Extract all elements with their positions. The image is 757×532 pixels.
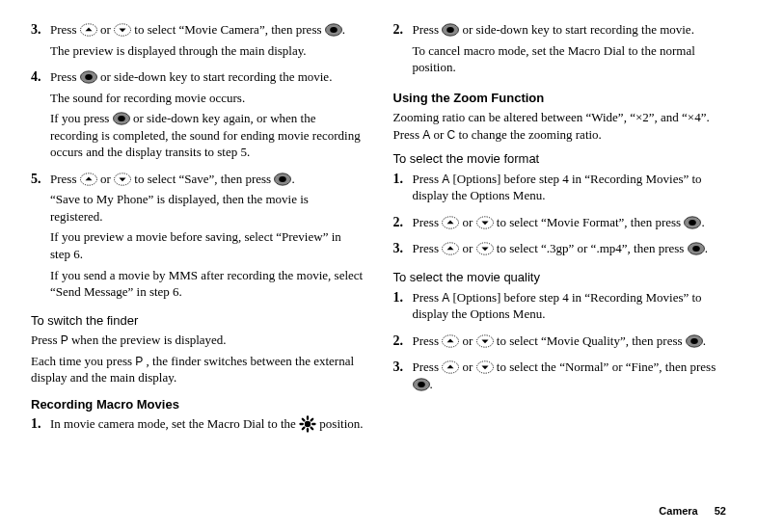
macro-icon: [299, 415, 316, 433]
down-key-icon: [476, 242, 494, 255]
step-text: Press or to select “Movie Camera”, then …: [50, 21, 365, 39]
center-key-icon: [442, 23, 459, 37]
t: [Options] before step 4 in “Recording Mo…: [413, 290, 702, 322]
step-note: If you preview a movie before saving, se…: [50, 228, 365, 262]
step-number: 3.: [31, 21, 50, 63]
step-note: “Save to My Phone” is displayed, then th…: [50, 191, 365, 225]
step-text: Press A [Options] before step 4 in “Reco…: [413, 171, 727, 204]
t: or: [100, 172, 114, 186]
t: Press: [413, 290, 443, 305]
center-key-icon: [274, 173, 291, 186]
step-note: To cancel macro mode, set the Macro Dial…: [413, 42, 727, 76]
center-key-icon: [686, 334, 703, 348]
a-key: A: [442, 291, 449, 305]
step-text: Press A [Options] before step 4 in “Reco…: [413, 289, 727, 323]
up-key-icon: [442, 216, 459, 229]
t: Press: [50, 22, 80, 37]
t: .: [430, 377, 433, 391]
t: Press: [413, 22, 443, 37]
heading-macro-movies: Recording Macro Movies: [31, 396, 365, 413]
t: [Options] before step 4 in “Recording Mo…: [413, 172, 702, 203]
heading-movie-format: To select the movie format: [393, 150, 727, 168]
t: to select “Movie Camera”, then press: [134, 22, 324, 37]
step-number: 4.: [31, 68, 50, 165]
t: .: [291, 172, 294, 186]
t: to change the zooming ratio.: [458, 127, 601, 142]
step-number: 1.: [31, 415, 50, 438]
step-number: 3.: [393, 359, 413, 396]
t: Press: [413, 333, 443, 348]
t: Press: [413, 241, 443, 255]
page-columns: 3. Press or to select “Movie Camera”, th…: [31, 21, 726, 443]
step-number: 5.: [31, 171, 50, 305]
heading-zoom: Using the Zoom Function: [393, 90, 727, 107]
t: or side-down key to start recording the …: [462, 22, 693, 37]
center-key-icon: [80, 70, 97, 84]
down-key-icon: [476, 216, 494, 229]
t: If you press: [50, 111, 113, 125]
step-3: 3. Press or to select “.3gp” or “.mp4”, …: [393, 240, 727, 261]
step-text: Press or side-down key to start recordin…: [50, 68, 365, 86]
down-key-icon: [114, 173, 131, 186]
up-key-icon: [80, 173, 97, 186]
down-key-icon: [476, 360, 494, 374]
center-key-icon: [325, 23, 342, 37]
a-key: A: [442, 173, 449, 186]
step-2: 2. Press or side-down key to start recor…: [393, 21, 727, 80]
step-note: The sound for recording movie occurs.: [50, 90, 365, 107]
step-text: Press or to select “Save”, then press .: [50, 171, 365, 188]
step-number: 2.: [393, 21, 413, 80]
center-key-icon: [413, 378, 430, 391]
page-footer: Camera 52: [659, 504, 726, 519]
up-key-icon: [442, 334, 459, 348]
t: Press: [413, 172, 443, 186]
t: Each time you press: [31, 354, 135, 368]
page-number: 52: [715, 505, 726, 517]
step-note: If you press or side-down key again, or …: [50, 110, 365, 161]
t: .: [703, 333, 706, 348]
t: or: [462, 333, 475, 348]
t: to select the “Normal” or “Fine”, then p…: [497, 359, 716, 374]
body-text: Press P when the preview is displayed.: [31, 332, 365, 349]
section-label: Camera: [659, 505, 697, 517]
step-number: 3.: [393, 240, 413, 261]
p-key: P: [135, 355, 143, 368]
t: Press: [413, 359, 443, 374]
t: Press: [31, 332, 61, 347]
step-note: The preview is displayed through the mai…: [50, 42, 365, 60]
t: to select “.3gp” or “.mp4”, then press: [497, 241, 688, 255]
a-key: A: [422, 128, 430, 142]
down-key-icon: [476, 334, 494, 348]
t: to select “Movie Quality”, then press: [497, 333, 686, 348]
right-column: 2. Press or side-down key to start recor…: [393, 21, 727, 443]
t: .: [701, 215, 704, 229]
step-text: Press or to select “Movie Quality”, then…: [413, 332, 727, 350]
t: or: [433, 127, 446, 142]
c-key: C: [447, 128, 456, 142]
t: In movie camera mode, set the Macro Dial…: [50, 416, 299, 431]
step-text: In movie camera mode, set the Macro Dial…: [50, 415, 365, 434]
step-number: 2.: [393, 332, 413, 354]
t: or: [462, 215, 475, 229]
t: .: [342, 22, 345, 37]
step-1: 1. Press A [Options] before step 4 in “R…: [393, 171, 727, 208]
step-text: Press or to select “.3gp” or “.mp4”, the…: [413, 240, 727, 257]
step-4: 4. Press or side-down key to start recor…: [31, 68, 365, 165]
heading-movie-quality: To select the movie quality: [393, 269, 727, 286]
t: when the preview is displayed.: [71, 332, 227, 347]
t: .: [705, 241, 708, 255]
t: Press: [413, 215, 443, 229]
step-1: 1. Press A [Options] before step 4 in “R…: [393, 289, 727, 327]
step-text: Press or side-down key to start recordin…: [413, 21, 727, 39]
t: Press: [50, 69, 80, 84]
t: or: [462, 241, 475, 255]
center-key-icon: [113, 112, 130, 125]
step-text: Press or to select “Movie Format”, then …: [413, 214, 727, 231]
step-1: 1. In movie camera mode, set the Macro D…: [31, 415, 365, 438]
body-text: Each time you press P , the finder switc…: [31, 353, 365, 386]
up-key-icon: [442, 360, 459, 374]
t: or: [100, 22, 114, 37]
t: or side-down key to start recording the …: [100, 69, 332, 84]
heading-switch-finder: To switch the finder: [31, 312, 365, 330]
step-2: 2. Press or to select “Movie Format”, th…: [393, 214, 727, 235]
